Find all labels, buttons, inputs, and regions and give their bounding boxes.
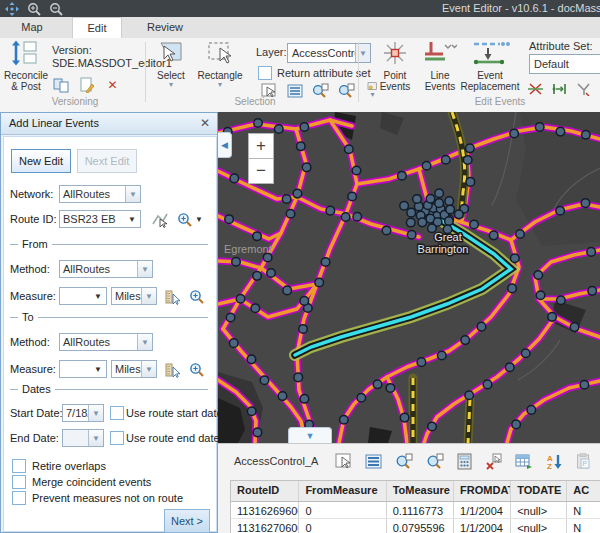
to-unit-select[interactable]: Miles ▼	[111, 360, 157, 378]
route-id-combo[interactable]: BSR23 EB ▼	[59, 210, 141, 228]
col-tomeasure[interactable]: ToMeasure	[387, 481, 454, 501]
chevron-left-icon: ◀	[221, 140, 228, 150]
from-zoom-icon[interactable]	[188, 288, 205, 305]
map-zoom-in-button[interactable]: +	[248, 133, 274, 159]
prevent-measures-label: Prevent measures not on route	[32, 492, 183, 504]
new-version-icon[interactable]	[78, 76, 95, 93]
to-measure-on-map-icon[interactable]	[164, 361, 181, 378]
merge-coincident-checkbox[interactable]	[12, 475, 26, 489]
from-unit-select[interactable]: Miles ▼	[111, 287, 157, 305]
use-route-end-checkbox[interactable]	[110, 431, 124, 445]
reconcile-post-button[interactable]: Reconcile & Post	[4, 40, 48, 92]
route-zoom-icon[interactable]	[176, 211, 193, 228]
table-header-row: RouteID FromMeasure ToMeasure FROMDATE T…	[231, 481, 600, 502]
from-unit-value: Miles	[112, 290, 141, 302]
from-measure-label: Measure:	[10, 290, 56, 302]
table-zoom-selected-icon[interactable]	[395, 452, 413, 471]
table-calculate-icon[interactable]	[457, 452, 472, 471]
map-canvas[interactable]: EgremontGreatGreatBarringtonBarrington	[218, 112, 600, 443]
use-route-start-checkbox[interactable]	[110, 406, 124, 420]
to-zoom-icon[interactable]	[188, 361, 205, 378]
zoom-out-icon[interactable]	[48, 1, 63, 16]
from-method-select[interactable]: AllRoutes ▼	[59, 260, 153, 278]
measure-event-icon[interactable]	[551, 80, 568, 97]
start-date-picker[interactable]: 7/18/ ▼	[62, 404, 104, 422]
col-routeid[interactable]: RouteID	[231, 481, 299, 501]
table-add-records-icon[interactable]	[515, 452, 533, 471]
network-select-arrow-icon[interactable]: ▼	[125, 186, 140, 202]
delete-version-icon[interactable]: ✕	[104, 76, 121, 93]
from-legend: From	[18, 238, 52, 250]
tab-map[interactable]: Map	[8, 17, 56, 37]
map-view[interactable]: EgremontGreatGreatBarringtonBarrington ◀…	[218, 112, 600, 443]
rectangle-button[interactable]: Rectangle ▾	[196, 40, 244, 89]
map-zoom-out-button[interactable]: −	[248, 158, 274, 184]
table-row[interactable]: 11316269600 0 0.1116773 1/1/2004 <null> …	[231, 502, 600, 519]
col-frommeasure[interactable]: FromMeasure	[299, 481, 386, 501]
next-edit-button[interactable]: Next Edit	[77, 149, 137, 173]
rectangle-caret-icon: ▾	[196, 81, 244, 89]
next-button[interactable]: Next >	[164, 509, 210, 533]
panel-collapse-left-handle[interactable]: ◀	[218, 132, 232, 158]
table-list-icon[interactable]	[365, 452, 382, 471]
table-paste-icon[interactable]: P	[576, 452, 591, 471]
to-measure-label: Measure:	[10, 363, 56, 375]
select-button[interactable]: Select ▾	[150, 40, 192, 89]
add-linear-events-panel: Add Linear Events ✕ New Edit Next Edit N…	[0, 112, 218, 533]
col-access[interactable]: AC	[567, 481, 600, 501]
pan-icon[interactable]	[4, 1, 19, 16]
tab-review[interactable]: Review	[138, 17, 192, 37]
start-date-arrow-icon[interactable]: ▼	[88, 405, 103, 421]
from-measure-on-map-icon[interactable]	[164, 288, 181, 305]
prevent-measures-checkbox[interactable]	[12, 491, 26, 505]
to-method-label: Method:	[10, 336, 50, 348]
tab-edit[interactable]: Edit	[72, 17, 122, 39]
route-zoom-caret-icon[interactable]: ▼	[195, 215, 203, 224]
table-select-icon[interactable]	[335, 452, 352, 471]
col-todate[interactable]: TODATE	[511, 481, 567, 501]
attribute-table-panel: AccessControl_A AZ	[218, 443, 600, 533]
retire-overlaps-checkbox[interactable]	[12, 459, 26, 473]
return-attr-row: Return attribute set	[258, 66, 371, 80]
to-unit-arrow-icon[interactable]: ▼	[141, 361, 156, 377]
pan-to-selection-icon[interactable]	[338, 82, 355, 99]
snap-event-icon[interactable]	[575, 80, 592, 97]
panel-title: Add Linear Events	[9, 117, 99, 129]
select-route-on-map-icon[interactable]	[151, 211, 168, 228]
table-row[interactable]: 11316270600 0 0.0795596 1/1/2004 <null> …	[231, 519, 600, 533]
event-replacement-button[interactable]: Event Replacement	[458, 40, 522, 92]
zoom-to-selection-icon[interactable]	[312, 82, 329, 99]
from-method-arrow-icon[interactable]: ▼	[137, 261, 152, 277]
close-icon[interactable]: ✕	[200, 116, 210, 130]
end-date-picker[interactable]: ▼	[62, 429, 104, 447]
split-event-icon[interactable]	[527, 80, 544, 97]
from-measure-combo[interactable]: ▼	[59, 287, 107, 305]
col-fromdate[interactable]: FROMDATE	[454, 481, 511, 501]
from-unit-arrow-icon[interactable]: ▼	[141, 288, 156, 304]
route-id-row: Route ID: BSR23 EB ▼ ▼	[4, 209, 216, 229]
new-edit-button[interactable]: New Edit	[11, 149, 71, 173]
end-date-arrow-icon[interactable]: ▼	[88, 430, 103, 446]
table-collapse-handle[interactable]: ▼	[288, 427, 332, 443]
point-events-button[interactable]: Point Events	[372, 40, 418, 92]
prevent-measures-row: Prevent measures not on route	[12, 491, 183, 505]
from-method-row: Method: AllRoutes ▼	[4, 259, 216, 279]
point-events-label: Point Events	[380, 70, 411, 92]
network-select[interactable]: AllRoutes ▼	[59, 185, 141, 203]
to-method-arrow-icon[interactable]: ▼	[137, 334, 152, 350]
return-attr-label: Return attribute set	[277, 67, 371, 79]
to-measure-combo[interactable]: ▼	[59, 360, 107, 378]
to-method-select[interactable]: AllRoutes ▼	[59, 333, 153, 351]
reconcile-icon	[4, 40, 48, 68]
cell: 1/1/2004	[454, 502, 511, 518]
refresh-version-icon[interactable]	[52, 76, 69, 93]
table-delete-selected-icon[interactable]	[485, 452, 502, 471]
line-events-button[interactable]: Line Events	[420, 40, 460, 92]
zoom-in-icon[interactable]	[26, 1, 41, 16]
start-date-row: Start Date: 7/18/ ▼ Use route start date	[4, 403, 216, 423]
return-attr-checkbox[interactable]	[258, 66, 272, 80]
table-sort-icon[interactable]: AZ	[546, 452, 563, 471]
ribbon: Reconcile & Post Version: SDE.MASSDOT_ed…	[0, 38, 600, 113]
table-pan-selected-icon[interactable]	[426, 452, 444, 471]
attribute-set-select[interactable]: Default	[529, 54, 600, 74]
